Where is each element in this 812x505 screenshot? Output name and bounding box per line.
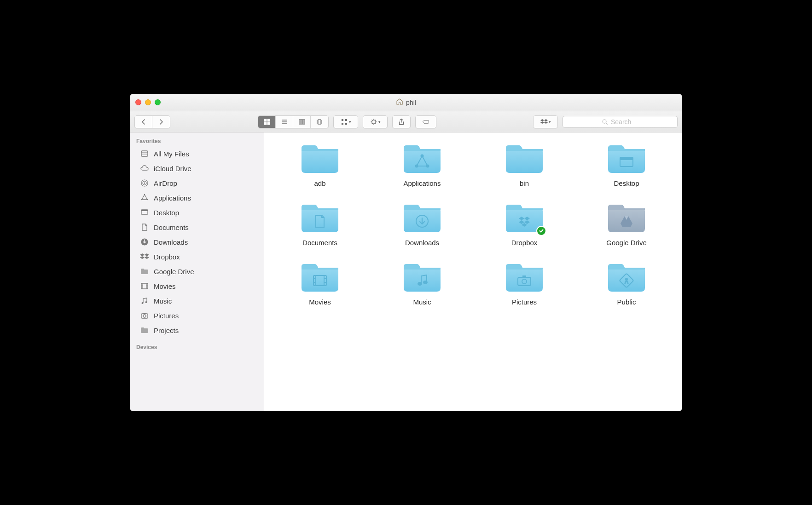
view-mode-buttons bbox=[258, 115, 329, 128]
folder-item[interactable]: Movies bbox=[278, 260, 362, 306]
svg-marker-27 bbox=[544, 119, 548, 121]
all-my-files-icon bbox=[140, 149, 149, 158]
sidebar-item-dropbox[interactable]: Dropbox bbox=[130, 249, 264, 264]
sidebar: Favorites All My Files iCloud Drive AirD… bbox=[130, 132, 264, 411]
sidebar-item-icloud-drive[interactable]: iCloud Drive bbox=[130, 161, 264, 176]
folder-item[interactable]: Downloads bbox=[380, 201, 464, 247]
folder-documents-icon bbox=[299, 201, 341, 235]
folder-icon bbox=[140, 326, 149, 335]
folder-icon bbox=[140, 267, 149, 276]
svg-marker-45 bbox=[145, 253, 149, 256]
sidebar-item-documents[interactable]: Documents bbox=[130, 220, 264, 235]
tags-button-group bbox=[415, 115, 436, 128]
svg-line-24 bbox=[375, 120, 376, 120]
action-button[interactable]: ▾ bbox=[363, 116, 387, 128]
sidebar-item-movies[interactable]: Movies bbox=[130, 279, 264, 293]
close-button[interactable] bbox=[135, 99, 141, 105]
svg-rect-13 bbox=[342, 119, 343, 121]
sidebar-item-downloads[interactable]: Downloads bbox=[130, 235, 264, 249]
list-view-button[interactable] bbox=[276, 116, 293, 128]
share-button[interactable] bbox=[393, 116, 410, 128]
folder-item[interactable]: Applications bbox=[380, 142, 464, 187]
window-body: Favorites All My Files iCloud Drive AirD… bbox=[130, 132, 682, 411]
icon-view-button[interactable] bbox=[258, 116, 276, 128]
pictures-icon bbox=[140, 311, 149, 320]
sidebar-item-label: Desktop bbox=[154, 209, 179, 217]
svg-point-60 bbox=[421, 155, 423, 157]
tags-button[interactable] bbox=[416, 116, 436, 128]
svg-marker-26 bbox=[540, 119, 544, 121]
svg-rect-14 bbox=[345, 119, 347, 121]
dropbox-toolbar-button[interactable]: ▾ bbox=[534, 116, 557, 128]
folder-item[interactable]: Google Drive bbox=[585, 201, 668, 247]
sidebar-item-music[interactable]: Music bbox=[130, 293, 264, 308]
sidebar-item-label: iCloud Drive bbox=[154, 165, 191, 172]
svg-line-31 bbox=[606, 123, 607, 124]
arrange-button-group: ▾ bbox=[333, 115, 358, 128]
svg-rect-15 bbox=[342, 123, 343, 125]
svg-point-58 bbox=[143, 315, 146, 317]
nav-buttons bbox=[134, 115, 170, 128]
folder-item[interactable]: Desktop bbox=[585, 142, 668, 187]
back-button[interactable] bbox=[135, 116, 152, 128]
folder-item[interactable]: adb bbox=[278, 142, 362, 187]
sidebar-item-desktop[interactable]: Desktop bbox=[130, 205, 264, 220]
folder-dropbox-icon bbox=[503, 201, 545, 235]
sidebar-item-label: Downloads bbox=[154, 238, 188, 246]
svg-rect-8 bbox=[301, 120, 302, 124]
finder-window: phil bbox=[130, 94, 682, 411]
item-label: adb bbox=[314, 179, 325, 187]
svg-rect-48 bbox=[141, 283, 148, 289]
item-label: bin bbox=[520, 179, 529, 187]
item-label: Public bbox=[617, 298, 636, 306]
svg-rect-0 bbox=[264, 119, 267, 121]
search-icon bbox=[602, 119, 608, 125]
folder-item[interactable]: Documents bbox=[278, 201, 362, 247]
arrange-button[interactable]: ▾ bbox=[334, 116, 358, 128]
column-view-button[interactable] bbox=[293, 116, 311, 128]
svg-point-56 bbox=[145, 301, 147, 303]
fullscreen-button[interactable] bbox=[155, 99, 161, 105]
folder-item[interactable]: Pictures bbox=[482, 260, 566, 306]
item-label: Downloads bbox=[405, 239, 439, 247]
item-label: Music bbox=[413, 298, 431, 306]
airdrop-icon bbox=[140, 178, 149, 188]
sync-ok-badge-icon bbox=[536, 226, 546, 236]
downloads-icon bbox=[140, 237, 149, 247]
folder-item[interactable]: Music bbox=[380, 260, 464, 306]
sidebar-item-applications[interactable]: Applications bbox=[130, 190, 264, 205]
svg-rect-3 bbox=[267, 122, 270, 125]
home-icon bbox=[396, 98, 403, 107]
folder-applications-icon bbox=[401, 142, 443, 176]
folder-icon bbox=[503, 142, 545, 176]
sidebar-item-projects[interactable]: Projects bbox=[130, 323, 264, 338]
sidebar-section-devices: Devices bbox=[130, 342, 264, 352]
svg-point-39 bbox=[141, 199, 142, 200]
search-field[interactable] bbox=[563, 116, 678, 128]
item-label: Documents bbox=[302, 239, 337, 247]
sidebar-item-google-drive[interactable]: Google Drive bbox=[130, 264, 264, 279]
svg-marker-44 bbox=[140, 253, 145, 256]
sidebar-item-label: Applications bbox=[154, 194, 191, 202]
coverflow-view-button[interactable] bbox=[311, 116, 328, 128]
desktop-icon bbox=[140, 208, 149, 217]
svg-marker-28 bbox=[540, 121, 544, 124]
folder-downloads-icon bbox=[401, 201, 443, 235]
sidebar-item-label: Pictures bbox=[154, 312, 179, 320]
share-button-group bbox=[392, 115, 411, 128]
search-input[interactable] bbox=[611, 118, 638, 126]
sidebar-item-label: Movies bbox=[154, 282, 176, 290]
folder-desktop-icon bbox=[605, 142, 648, 176]
forward-button[interactable] bbox=[152, 116, 170, 128]
svg-rect-2 bbox=[264, 122, 267, 125]
svg-point-37 bbox=[144, 183, 145, 184]
folder-item[interactable]: bin bbox=[482, 142, 566, 187]
sidebar-item-all-my-files[interactable]: All My Files bbox=[130, 146, 264, 161]
svg-point-84 bbox=[625, 278, 628, 281]
sidebar-item-pictures[interactable]: Pictures bbox=[130, 308, 264, 323]
folder-item[interactable]: Dropbox bbox=[482, 201, 566, 247]
folder-item[interactable]: Public bbox=[585, 260, 668, 306]
sidebar-item-airdrop[interactable]: AirDrop bbox=[130, 176, 264, 190]
svg-point-40 bbox=[147, 199, 148, 200]
minimize-button[interactable] bbox=[145, 99, 151, 105]
